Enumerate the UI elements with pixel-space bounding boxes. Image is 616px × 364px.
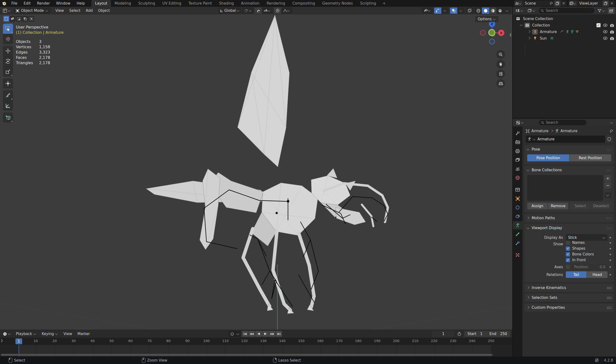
jump-to-start-button[interactable] [242,331,248,337]
animate-property-dot[interactable]: ● [609,253,611,255]
relations-tail-button[interactable]: Tail [566,271,587,278]
assign-button[interactable]: Assign [527,203,548,209]
bone-collections-header[interactable]: Bone Collections :::: [524,166,614,174]
tab-object-data-armature[interactable] [513,221,522,229]
chevron-right-icon[interactable] [528,30,530,33]
view-menu[interactable]: View [61,332,75,336]
tab-scene[interactable] [513,165,522,173]
new-collection-button[interactable] [608,7,615,14]
topbar-menu-item[interactable]: Help [74,0,88,7]
panel-grip[interactable]: :::: [606,148,612,151]
relations-head-button[interactable]: Head [587,271,608,278]
viewport-display-header[interactable]: Viewport Display :::: [524,224,614,232]
display-as-dropdown[interactable]: Stick [566,234,608,241]
topbar-menu-item[interactable]: File [8,0,21,7]
orientation-dropdown[interactable]: Global [218,7,241,14]
tool-transform[interactable] [3,78,13,89]
editor-type-button[interactable] [1,7,12,14]
selection-sets-header[interactable]: Selection Sets :::: [524,294,614,302]
chevron-down-icon[interactable] [520,23,523,26]
custom-properties-header[interactable]: Custom Properties :::: [524,303,614,312]
workspace-tab[interactable]: Geometry Nodes [319,0,357,7]
panel-grip[interactable]: :::: [606,216,612,220]
checkbox[interactable] [566,258,570,262]
workspace-tab[interactable]: UV Editing [159,0,185,7]
tool-add-cube[interactable] [3,112,13,123]
gizmos-toggle[interactable] [434,7,441,14]
workspace-tab[interactable]: Scripting [357,0,380,7]
shading-dropdown[interactable] [504,7,511,14]
scene-name[interactable]: Scene [522,1,548,6]
animate-property-dot[interactable]: ● [608,266,611,268]
zoom-icon[interactable] [496,50,505,59]
viewport-menu-item[interactable]: Object [95,8,112,13]
viewport-menu-item[interactable]: Add [83,8,95,13]
timeline-ruler[interactable]: 1020304050607080901001101201301401501601… [0,338,512,345]
mode-dropdown[interactable]: Object Mode [14,7,51,14]
proportional-falloff-dropdown[interactable] [281,7,292,14]
use-preview-range-icon[interactable] [456,331,462,337]
outliner-display-mode-button[interactable] [526,7,537,14]
options-dropdown[interactable]: Options [475,16,498,22]
add-bone-collection-button[interactable]: + [604,175,611,182]
chevron-right-icon[interactable] [528,37,530,39]
armature-name-field[interactable]: Armature [526,136,605,143]
panel-grip[interactable]: :::: [606,226,612,230]
gizmos-dropdown[interactable] [441,7,449,14]
marker-menu[interactable]: Marker [75,332,93,336]
collection-checkbox[interactable]: ✓ [596,23,601,27]
timeline-scrollbar[interactable] [1,354,492,356]
outliner-row-sun[interactable]: Sun [513,35,616,41]
viewport-3d[interactable]: User Perspective (1) Collection | Armatu… [0,14,512,330]
tab-texture[interactable] [513,251,522,259]
start-frame-field[interactable]: Start1 [464,331,486,337]
visibility-dropdown[interactable] [422,7,433,14]
tab-render[interactable] [513,138,522,146]
current-frame-field[interactable]: 1 [432,331,454,337]
tool-rotate[interactable] [3,56,13,66]
animate-property-dot[interactable]: ● [608,236,611,239]
topbar-menu-item[interactable]: Render [34,0,53,7]
tool-cursor[interactable] [3,34,13,44]
workspace-tab[interactable]: Texture Paint [185,0,215,7]
animate-property-dot[interactable]: ● [609,242,611,244]
tab-physics[interactable] [513,203,522,211]
remove-viewlayer-icon[interactable]: ✕ [609,0,615,6]
filter-dropdown[interactable] [596,7,607,14]
navigation-gizmo[interactable]: Z X [477,19,506,48]
outliner-editor-type-button[interactable] [514,7,525,14]
panel-grip[interactable]: :::: [607,286,612,290]
bone-collections-specials-button[interactable] [604,192,611,198]
tool-select-box[interactable] [3,24,13,34]
blender-logo-icon[interactable] [0,0,8,7]
select-subtract-button[interactable] [16,16,22,22]
remove-button[interactable]: Remove [548,203,568,209]
tab-output[interactable] [513,147,522,155]
workspace-tab[interactable]: Animation [237,0,263,7]
properties-search-input[interactable]: Search [539,119,587,126]
end-frame-field[interactable]: End250 [486,331,510,337]
region-collapse-arrow[interactable]: ❮ [509,33,512,36]
hide-eye-icon[interactable] [603,30,608,33]
new-scene-button[interactable] [554,0,561,6]
tab-object[interactable] [513,195,522,203]
workspace-tab[interactable]: Modeling [111,0,135,7]
workspace-tab[interactable]: Rendering [263,0,289,7]
timeline-tracks[interactable]: 1020304050607080901001101201301401501601… [0,345,512,357]
tab-world[interactable] [513,174,522,182]
tab-view-layer[interactable] [513,156,522,164]
breadcrumb-object[interactable]: Armature [531,129,548,133]
pose-position-button[interactable]: Pose Position [527,154,569,161]
prev-keyframe-button[interactable] [249,331,255,337]
workspace-tab[interactable]: Compositing [289,0,319,7]
snap-toggle[interactable] [255,7,262,14]
viewport-menu-item[interactable]: Select [66,8,83,13]
viewport-menu-item[interactable]: View [53,8,67,13]
select-button[interactable]: Select [570,203,590,209]
playback-menu[interactable]: Playback [13,332,39,336]
topbar-menu-item[interactable]: Window [53,0,74,7]
play-button[interactable] [262,331,269,337]
jump-to-end-button[interactable] [276,331,282,337]
pose-panel-header[interactable]: Pose :::: [524,145,614,153]
axes-position-slider[interactable]: Position 0.0 [572,264,608,270]
